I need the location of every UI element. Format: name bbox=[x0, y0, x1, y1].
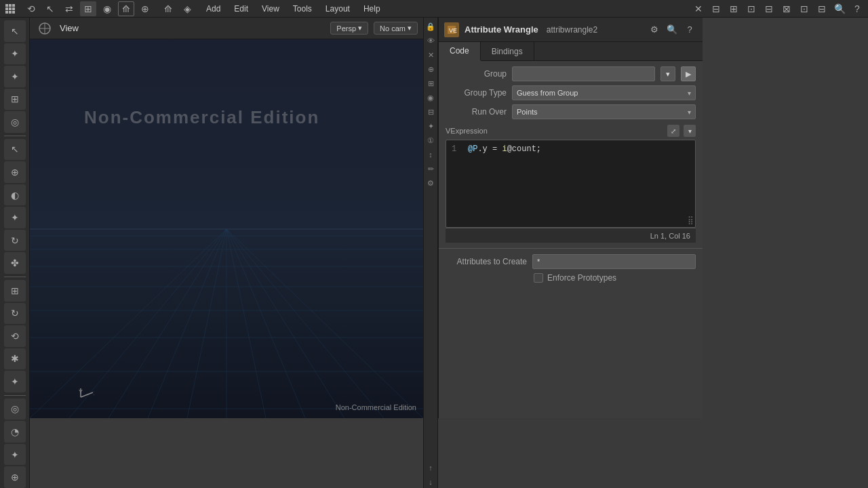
group-action-btn[interactable]: ▶ bbox=[681, 66, 696, 81]
tool-8[interactable]: ◐ bbox=[4, 184, 26, 206]
tool-16[interactable]: ✦ bbox=[4, 371, 26, 392]
top-right-icon-9[interactable]: 🔍 bbox=[831, 1, 848, 16]
attrs-create-label: Attributes to Create bbox=[446, 257, 527, 266]
top-right-icon-8[interactable]: ⊟ bbox=[814, 1, 830, 16]
tool-9[interactable]: ✦ bbox=[4, 207, 26, 228]
top-right-icon-10[interactable]: ? bbox=[849, 1, 865, 16]
app-menu-icon[interactable] bbox=[0, 0, 20, 18]
top-menu-bar: ⟲ ↖ ⇄ ⊞ ◉ ⟰ ⊕ ⟰ ◈ Add Edit View Tools La… bbox=[0, 0, 868, 18]
top-right-icon-6[interactable]: ⊠ bbox=[778, 1, 795, 16]
rstrip-cam[interactable]: ◉ bbox=[425, 92, 437, 104]
grid-overlay bbox=[30, 39, 423, 418]
menu-help[interactable]: Help bbox=[357, 0, 387, 18]
menu-edit[interactable]: Edit bbox=[227, 0, 255, 18]
top-right-icon-1[interactable]: ✕ bbox=[690, 1, 707, 16]
menu-layout[interactable]: Layout bbox=[319, 0, 357, 18]
toolbar-icon-3[interactable]: ⇄ bbox=[61, 1, 77, 16]
tool-select[interactable]: ↖ bbox=[4, 20, 26, 42]
tool-2[interactable]: ✦ bbox=[4, 43, 26, 65]
vex-line-1: 1 @P.y = i@count; bbox=[452, 144, 690, 154]
toolbar-icon-2[interactable]: ↖ bbox=[42, 1, 58, 16]
panel-search-icon[interactable]: 🔍 bbox=[665, 22, 679, 37]
param-grouptype-row: Group Type Guess from Group ▾ bbox=[446, 85, 696, 100]
tool-6[interactable]: ↖ bbox=[4, 139, 26, 161]
vex-resize-handle[interactable]: ⣿ bbox=[688, 216, 694, 226]
svg-rect-0 bbox=[5, 4, 8, 7]
toolbar-icon-8[interactable]: ⟰ bbox=[160, 1, 176, 16]
rstrip-magnet[interactable]: ⊕ bbox=[425, 63, 437, 75]
tool-4[interactable]: ⊞ bbox=[4, 89, 26, 110]
rstrip-snap[interactable]: ✕ bbox=[425, 49, 437, 61]
tool-11[interactable]: ✤ bbox=[4, 252, 26, 274]
group-dropdown-arrow[interactable]: ▾ bbox=[660, 66, 675, 81]
tool-20[interactable]: ⊕ bbox=[4, 466, 26, 488]
tool-17[interactable]: ◎ bbox=[4, 399, 26, 420]
param-group-row: Group ▾ ▶ bbox=[446, 66, 696, 81]
grouptype-dropdown[interactable]: Guess from Group ▾ bbox=[512, 85, 696, 100]
runover-dropdown[interactable]: Points ▾ bbox=[512, 104, 696, 119]
panel-header: VEX Attribute Wrangle attribwrangle2 ⚙ 🔍… bbox=[439, 18, 703, 42]
rstrip-eye[interactable]: 👁 bbox=[425, 35, 437, 47]
tab-bindings[interactable]: Bindings bbox=[481, 42, 534, 61]
top-right-icon-3[interactable]: ⊞ bbox=[726, 1, 742, 16]
vex-expand-btn[interactable]: ⤢ bbox=[667, 125, 679, 137]
svg-rect-3 bbox=[5, 7, 8, 10]
runover-value: Points bbox=[517, 108, 538, 116]
tool-19[interactable]: ✦ bbox=[4, 444, 26, 466]
svg-rect-5 bbox=[12, 7, 15, 10]
panel-settings-icon[interactable]: ⚙ bbox=[647, 22, 662, 37]
rstrip-arr[interactable]: ↕ bbox=[425, 148, 437, 161]
enforce-checkbox[interactable] bbox=[534, 273, 543, 283]
menu-tools[interactable]: Tools bbox=[286, 0, 319, 18]
perspective-dropdown[interactable]: Persp ▾ bbox=[330, 22, 368, 35]
toolbar-icon-7[interactable]: ⊕ bbox=[137, 1, 153, 16]
top-right-icon-2[interactable]: ⊟ bbox=[708, 1, 724, 16]
grouptype-value: Guess from Group bbox=[517, 89, 578, 97]
tool-13[interactable]: ↻ bbox=[4, 303, 26, 325]
menu-add[interactable]: Add bbox=[199, 0, 227, 18]
tool-3[interactable]: ✦ bbox=[4, 66, 26, 87]
rstrip-grid[interactable]: ⊞ bbox=[425, 77, 437, 89]
top-right-icon-7[interactable]: ⊡ bbox=[796, 1, 812, 16]
camera-dropdown[interactable]: No cam ▾ bbox=[374, 22, 418, 35]
cam-icon bbox=[35, 19, 54, 38]
tool-5[interactable]: ◎ bbox=[4, 111, 26, 133]
rstrip-bottom-1[interactable]: ↑ bbox=[425, 462, 437, 474]
viewport-topbar: View Persp ▾ No cam ▾ bbox=[30, 18, 423, 39]
enforce-row: Enforce Prototypes bbox=[534, 273, 696, 283]
toolbar-icon-1[interactable]: ⟲ bbox=[23, 1, 39, 16]
viewport-watermark-top: Non-Commercial Edition bbox=[84, 107, 319, 128]
axes-indicator: XY bbox=[67, 387, 94, 409]
toolbar-icon-4[interactable]: ⊞ bbox=[80, 1, 96, 16]
tool-12[interactable]: ⊞ bbox=[4, 280, 26, 302]
svg-rect-6 bbox=[5, 11, 8, 14]
attrs-create-input[interactable] bbox=[532, 254, 696, 269]
tab-code[interactable]: Code bbox=[439, 42, 481, 61]
toolbar-icon-5[interactable]: ◉ bbox=[99, 1, 115, 16]
top-right-icon-5[interactable]: ⊟ bbox=[761, 1, 777, 16]
tool-10[interactable]: ↻ bbox=[4, 230, 26, 251]
viewport-canvas[interactable]: Non-Commercial Edition Non-Commercial Ed… bbox=[30, 39, 423, 418]
rstrip-lock[interactable]: 🔒 bbox=[425, 20, 437, 33]
svg-text:VEX: VEX bbox=[449, 27, 457, 34]
rstrip-xyz[interactable]: ✦ bbox=[425, 120, 437, 132]
menu-view[interactable]: View bbox=[255, 0, 286, 18]
vex-settings-btn[interactable]: ▾ bbox=[684, 125, 696, 137]
toolbar-icon-9[interactable]: ◈ bbox=[179, 1, 195, 16]
tool-7[interactable]: ⊕ bbox=[4, 161, 26, 183]
rstrip-settings[interactable]: ⚙ bbox=[425, 177, 437, 189]
svg-text:X: X bbox=[94, 390, 94, 396]
tool-15[interactable]: ✱ bbox=[4, 348, 26, 370]
rstrip-bottom-2[interactable]: ↓ bbox=[425, 476, 437, 488]
rstrip-num[interactable]: ① bbox=[425, 134, 437, 146]
rstrip-plane[interactable]: ⊟ bbox=[425, 106, 437, 118]
vex-editor[interactable]: 1 @P.y = i@count; ⣿ bbox=[446, 140, 696, 228]
tool-18[interactable]: ◔ bbox=[4, 421, 26, 443]
panel-help-icon[interactable]: ? bbox=[682, 22, 697, 37]
top-right-icon-4[interactable]: ⊡ bbox=[743, 1, 760, 16]
tool-14[interactable]: ⟲ bbox=[4, 325, 26, 347]
rstrip-pencil[interactable]: ✏ bbox=[425, 163, 437, 175]
group-input[interactable] bbox=[512, 66, 655, 81]
toolbar-icon-6[interactable]: ⟰ bbox=[118, 1, 134, 16]
svg-rect-4 bbox=[9, 7, 12, 10]
